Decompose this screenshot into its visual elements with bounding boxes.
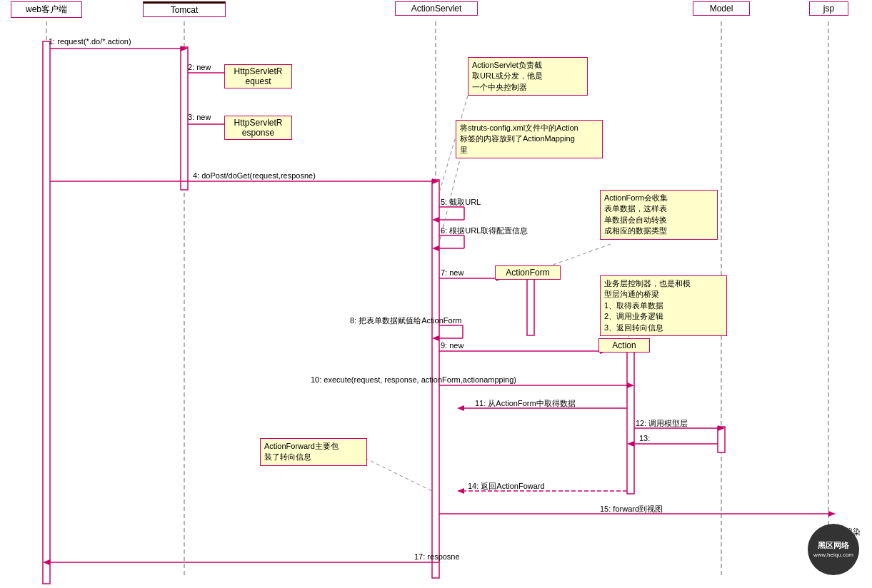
note-actionforward-desc: ActionForward主要包装了转向信息 bbox=[260, 438, 367, 466]
msg-10-label: 10: execute(request, response, actionFor… bbox=[311, 375, 516, 384]
svg-marker-18 bbox=[432, 178, 439, 184]
svg-rect-9 bbox=[627, 351, 634, 494]
svg-line-45 bbox=[365, 458, 432, 491]
msg-14-label: 14: 返回ActionFoward bbox=[468, 481, 545, 492]
watermark: 黑区网络 www.heiqu.com bbox=[808, 524, 865, 581]
msg-4-label: 4: doPost/doGet(request,resposne) bbox=[193, 171, 316, 180]
entity-actionform: ActionForm bbox=[495, 265, 561, 280]
msg-9-label: 9: new bbox=[441, 341, 463, 350]
msg-5-label: 5: 截取URL bbox=[441, 197, 481, 208]
svg-rect-8 bbox=[527, 277, 534, 335]
note-actionmapping-desc: 将struts-config.xml文件中的Action标签的内容放到了Acti… bbox=[456, 120, 603, 158]
note-action-desc: 业务层控制器，也是和模型层沟通的桥梁1、取得表单数据2、调用业务逻辑3、返回转向… bbox=[600, 275, 727, 336]
msg-8-label: 8: 把表单数据赋值给ActionForm bbox=[350, 315, 461, 326]
svg-marker-53 bbox=[43, 559, 50, 565]
msg-15-label: 15: forward到视图 bbox=[600, 504, 663, 514]
msg-12-label: 12: 调用模型层 bbox=[636, 418, 688, 429]
svg-marker-36 bbox=[627, 382, 634, 388]
svg-rect-5 bbox=[43, 41, 50, 584]
note-actionform-desc: ActionForm会收集表单数据，这样表单数据会自动转换成相应的数据类型 bbox=[600, 190, 718, 240]
svg-marker-40 bbox=[718, 425, 725, 431]
msg-11-label: 11: 从ActionForm中取得数据 bbox=[475, 398, 576, 409]
lifeline-web: web客户端 bbox=[11, 1, 82, 18]
svg-marker-47 bbox=[828, 511, 836, 517]
svg-marker-12 bbox=[181, 46, 188, 51]
lifeline-tomcat: Tomcat bbox=[143, 1, 226, 17]
svg-marker-32 bbox=[432, 335, 439, 341]
arrows-svg bbox=[0, 0, 872, 588]
lifeline-model: Model bbox=[693, 1, 750, 16]
msg-6-label: 6: 根据URL取得配置信息 bbox=[441, 225, 528, 236]
svg-marker-42 bbox=[627, 441, 634, 447]
msg-7-label: 7: new bbox=[441, 268, 463, 277]
svg-marker-44 bbox=[457, 488, 464, 494]
entity-httprequest: HttpServletRequest bbox=[224, 64, 292, 88]
msg-1-label: 1: request(*.do/*.action) bbox=[49, 37, 131, 46]
entity-action: Action bbox=[598, 338, 650, 353]
msg-17-label: 17: resposne bbox=[414, 552, 460, 561]
svg-marker-38 bbox=[457, 405, 464, 411]
sequence-diagram: web客户端 Tomcat ActionServlet Model jsp Ht… bbox=[0, 0, 872, 588]
msg-13-label: 13: bbox=[639, 434, 650, 442]
svg-marker-26 bbox=[432, 245, 439, 251]
entity-httpresponse: HttpServletResponse bbox=[224, 116, 292, 140]
svg-rect-6 bbox=[181, 47, 188, 190]
msg-3-label: 3: new bbox=[188, 113, 211, 121]
lifeline-jsp: jsp bbox=[809, 1, 848, 16]
note-actionservlet-desc: ActionServlet负责截取URL或分发，他是一个中央控制器 bbox=[468, 57, 588, 96]
lifeline-actionservlet: ActionServlet bbox=[395, 1, 478, 16]
svg-rect-10 bbox=[718, 427, 725, 452]
svg-marker-22 bbox=[432, 217, 439, 223]
msg-2-label: 2: new bbox=[188, 63, 211, 71]
